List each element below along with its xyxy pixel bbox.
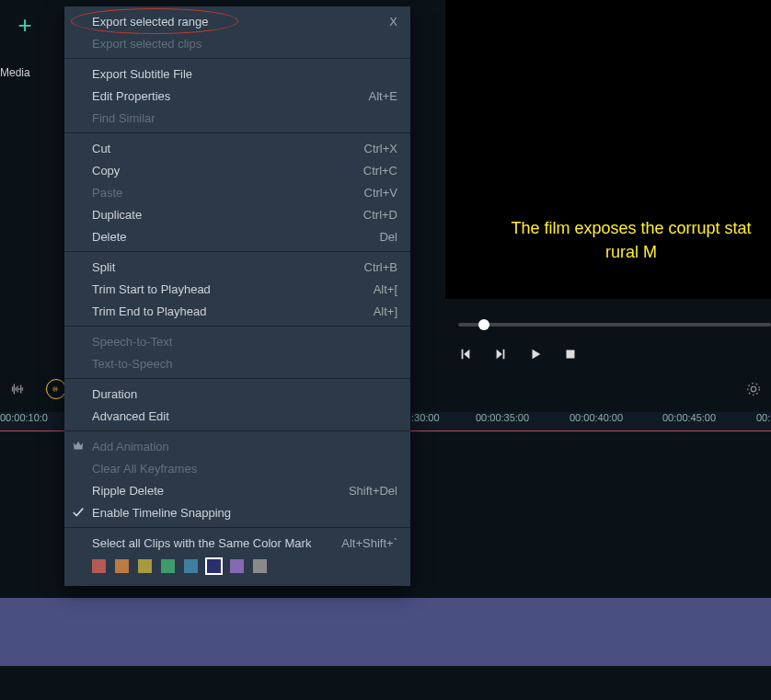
color-swatch[interactable] bbox=[253, 559, 267, 573]
menu-item-cut[interactable]: CutCtrl+X bbox=[64, 137, 410, 159]
menu-item-trim-start-to-playhead[interactable]: Trim Start to PlayheadAlt+[ bbox=[64, 278, 410, 300]
menu-item-shortcut: X bbox=[389, 15, 397, 29]
menu-item-speech-to-text: Speech-to-Text bbox=[64, 330, 410, 352]
play-button[interactable] bbox=[528, 347, 543, 361]
menu-separator bbox=[64, 527, 410, 528]
menu-item-label: Enable Timeline Snapping bbox=[92, 506, 397, 520]
menu-item-split[interactable]: SplitCtrl+B bbox=[64, 256, 410, 278]
menu-item-label: Duplicate bbox=[92, 208, 363, 222]
menu-item-shortcut: Ctrl+X bbox=[364, 142, 397, 155]
menu-separator bbox=[64, 251, 410, 252]
menu-item-find-similar: Find Similar bbox=[64, 107, 410, 129]
menu-item-export-subtitle-file[interactable]: Export Subtitle File bbox=[64, 63, 410, 85]
menu-item-label: Cut bbox=[92, 142, 364, 155]
menu-item-select-all-clips-with-the-same-color-mark[interactable]: Select all Clips with the Same Color Mar… bbox=[64, 532, 410, 554]
menu-separator bbox=[64, 326, 410, 327]
color-swatch-row bbox=[64, 554, 410, 582]
context-menu: Export selected rangeXExport selected cl… bbox=[64, 6, 410, 586]
crown-icon bbox=[70, 438, 86, 454]
ruler-tick: 00: bbox=[756, 412, 770, 423]
menu-item-shortcut: Alt+Shift+` bbox=[341, 536, 397, 550]
waveform-icon[interactable] bbox=[9, 381, 26, 397]
menu-item-advanced-edit[interactable]: Advanced Edit bbox=[64, 405, 410, 427]
menu-item-export-selected-range[interactable]: Export selected rangeX bbox=[64, 10, 410, 32]
subtitle-overlay: The film exposes the corrupt stat rural … bbox=[491, 216, 771, 264]
menu-item-label: Split bbox=[92, 260, 364, 274]
menu-item-label: Speech-to-Text bbox=[92, 335, 397, 349]
menu-item-trim-end-to-playhead[interactable]: Trim End to PlayheadAlt+] bbox=[64, 300, 410, 322]
color-swatch[interactable] bbox=[207, 559, 221, 573]
ruler-tick: 00:00:35:00 bbox=[476, 412, 529, 423]
svg-rect-0 bbox=[567, 350, 575, 359]
selected-range[interactable] bbox=[0, 598, 771, 666]
playback-progress[interactable] bbox=[458, 323, 771, 327]
menu-item-shortcut: Del bbox=[379, 230, 397, 244]
menu-item-duration[interactable]: Duration bbox=[64, 383, 410, 405]
menu-item-label: Add Animation bbox=[92, 440, 397, 453]
menu-item-shortcut: Alt+[ bbox=[374, 282, 397, 296]
color-swatch[interactable] bbox=[161, 559, 175, 573]
check-icon bbox=[70, 504, 86, 521]
audio-tool-icon[interactable] bbox=[46, 379, 66, 399]
menu-item-label: Trim Start to Playhead bbox=[92, 282, 374, 296]
menu-item-label: Find Similar bbox=[92, 111, 397, 125]
prev-frame-button[interactable] bbox=[458, 347, 473, 361]
menu-item-clear-all-keyframes: Clear All Keyframes bbox=[64, 457, 410, 479]
color-swatch[interactable] bbox=[92, 559, 106, 573]
progress-thumb[interactable] bbox=[478, 319, 489, 330]
menu-item-shortcut: Alt+] bbox=[374, 304, 397, 318]
menu-item-export-selected-clips: Export selected clips bbox=[64, 32, 410, 54]
ruler-tick: 00:00:40:00 bbox=[570, 412, 623, 423]
menu-item-label: Export selected range bbox=[92, 15, 389, 29]
menu-item-label: Clear All Keyframes bbox=[92, 462, 397, 476]
color-swatch[interactable] bbox=[230, 559, 244, 573]
menu-separator bbox=[64, 58, 410, 59]
menu-item-enable-timeline-snapping[interactable]: Enable Timeline Snapping bbox=[64, 501, 410, 523]
ruler-tick: 00:00:45:00 bbox=[662, 412, 716, 423]
svg-point-1 bbox=[751, 386, 755, 391]
menu-item-copy[interactable]: CopyCtrl+C bbox=[64, 159, 410, 181]
color-swatch[interactable] bbox=[115, 559, 129, 573]
menu-item-shortcut: Ctrl+C bbox=[363, 164, 397, 178]
ruler-tick: 00:00:10:0 bbox=[0, 412, 48, 423]
ruler-tick: :30:00 bbox=[411, 412, 440, 423]
menu-item-paste: PasteCtrl+V bbox=[64, 181, 410, 203]
menu-item-ripple-delete[interactable]: Ripple DeleteShift+Del bbox=[64, 479, 410, 501]
color-swatch[interactable] bbox=[184, 559, 198, 573]
menu-item-label: Select all Clips with the Same Color Mar… bbox=[92, 536, 341, 550]
menu-item-text-to-speech: Text-to-Speech bbox=[64, 352, 410, 374]
menu-separator bbox=[64, 132, 410, 133]
menu-item-shortcut: Ctrl+B bbox=[364, 260, 397, 274]
menu-item-label: Advanced Edit bbox=[92, 409, 397, 423]
menu-item-shortcut: Shift+Del bbox=[349, 484, 397, 498]
svg-point-2 bbox=[748, 384, 760, 396]
settings-tool-icon[interactable] bbox=[745, 381, 762, 397]
menu-item-label: Duration bbox=[92, 387, 397, 401]
menu-item-label: Delete bbox=[92, 230, 379, 244]
menu-item-delete[interactable]: DeleteDel bbox=[64, 225, 410, 247]
menu-item-label: Text-to-Speech bbox=[92, 357, 397, 371]
menu-item-shortcut: Ctrl+V bbox=[364, 186, 397, 200]
add-media-button[interactable]: + bbox=[11, 11, 39, 39]
transport-controls bbox=[458, 347, 578, 361]
menu-item-label: Copy bbox=[92, 164, 363, 178]
menu-item-edit-properties[interactable]: Edit PropertiesAlt+E bbox=[64, 85, 410, 107]
menu-separator bbox=[64, 430, 410, 431]
menu-item-label: Trim End to Playhead bbox=[92, 304, 374, 318]
menu-item-label: Export selected clips bbox=[92, 37, 397, 51]
menu-item-label: Ripple Delete bbox=[92, 484, 349, 498]
menu-item-shortcut: Alt+E bbox=[369, 89, 397, 103]
color-swatch[interactable] bbox=[138, 559, 152, 573]
menu-item-label: Export Subtitle File bbox=[92, 67, 397, 81]
stop-button[interactable] bbox=[563, 347, 578, 361]
menu-item-add-animation: Add Animation bbox=[64, 435, 410, 457]
video-preview: The film exposes the corrupt stat rural … bbox=[444, 0, 771, 299]
media-label: Media bbox=[0, 66, 30, 79]
menu-item-label: Edit Properties bbox=[92, 89, 369, 103]
menu-item-label: Paste bbox=[92, 186, 364, 200]
next-frame-button[interactable] bbox=[493, 347, 508, 361]
menu-item-shortcut: Ctrl+D bbox=[363, 208, 397, 222]
menu-separator bbox=[64, 378, 410, 379]
menu-item-duplicate[interactable]: DuplicateCtrl+D bbox=[64, 203, 410, 225]
